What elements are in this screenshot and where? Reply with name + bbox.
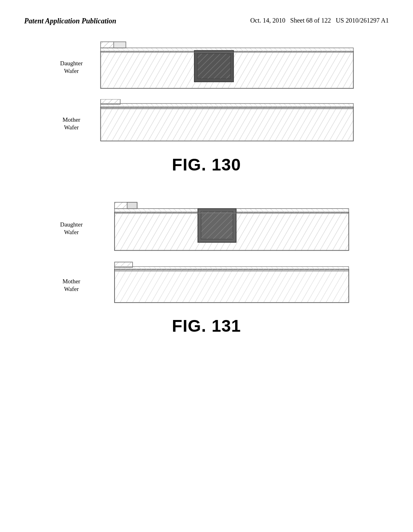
svg-rect-14 (100, 107, 353, 141)
daughter-wafer-131-label: DaughterWafer (55, 221, 88, 237)
daughter-wafer-131-row: DaughterWafer (55, 199, 358, 259)
svg-rect-7 (114, 42, 126, 48)
daughter-wafer-130-diagram (88, 38, 358, 96)
svg-rect-26 (201, 211, 233, 239)
mother-wafer-130-diagram (88, 99, 358, 149)
mother-wafer-131-row: MotherWafer (55, 261, 358, 310)
mother-wafer-131-label: MotherWafer (55, 278, 88, 293)
daughter-wafer-130-label: DaughterWafer (55, 60, 88, 75)
fig-131-caption: FIG. 131 (172, 316, 241, 336)
publication-title: Patent Application Publication (24, 16, 116, 26)
mother-wafer-130-row: MotherWafer (55, 99, 358, 149)
svg-rect-33 (115, 262, 133, 267)
fig-130-caption: FIG. 130 (172, 155, 241, 175)
svg-rect-16 (100, 99, 120, 104)
mother-wafer-130-label: MotherWafer (55, 116, 88, 132)
svg-rect-15 (100, 103, 353, 108)
page-content: DaughterWafer (0, 26, 413, 372)
header-info: Oct. 14, 2010 Sheet 68 of 122 US 2010/26… (250, 16, 389, 25)
figure-130: DaughterWafer (24, 38, 389, 186)
figure-131: DaughterWafer (24, 199, 389, 348)
svg-rect-32 (115, 266, 349, 270)
svg-rect-9 (197, 54, 230, 79)
daughter-wafer-130-row: DaughterWafer (55, 38, 358, 96)
mother-wafer-131-diagram (88, 261, 358, 310)
svg-rect-31 (115, 269, 349, 303)
page-header: Patent Application Publication Oct. 14, … (0, 0, 413, 26)
svg-rect-24 (127, 202, 137, 208)
daughter-wafer-131-diagram (88, 199, 358, 259)
